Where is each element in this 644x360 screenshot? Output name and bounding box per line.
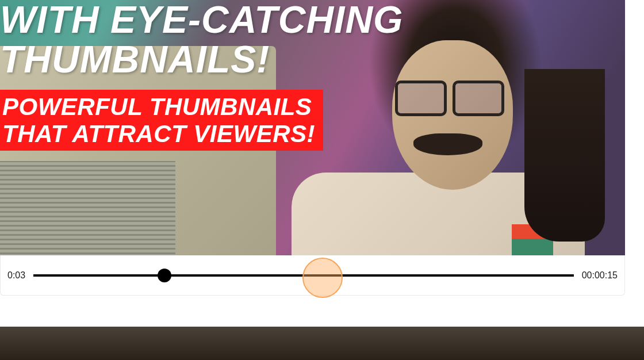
scene-person-glasses xyxy=(395,81,504,114)
scene-monitor-vents xyxy=(0,161,175,255)
video-timeline-bar: 0:03 00:00:15 xyxy=(0,255,625,296)
lower-preview-strip xyxy=(0,327,644,360)
timeline-seek-track[interactable] xyxy=(33,274,574,277)
total-time-label: 00:00:15 xyxy=(582,270,618,281)
timeline-playhead-handle[interactable] xyxy=(158,269,171,282)
thumbnail-headline-text[interactable]: WITH EYE-CATCHINGTHUMBNAILS! xyxy=(0,0,403,80)
editor-viewport: WITH EYE-CATCHINGTHUMBNAILS! POWERFUL TH… xyxy=(0,0,644,360)
scene-person-mustache xyxy=(413,133,482,155)
current-time-label: 0:03 xyxy=(7,270,25,281)
video-preview: WITH EYE-CATCHINGTHUMBNAILS! POWERFUL TH… xyxy=(0,0,625,255)
thumbnail-subhead-text[interactable]: POWERFUL THUMBNAILSTHAT ATTRACT VIEWERS! xyxy=(0,90,323,151)
